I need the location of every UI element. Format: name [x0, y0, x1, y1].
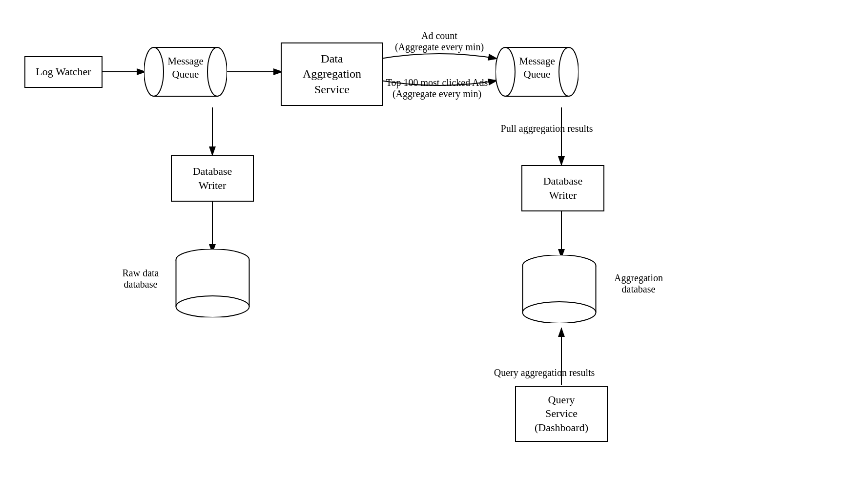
message-queue-2: MessageQueue — [496, 38, 579, 106]
log-watcher-box: Log Watcher — [24, 56, 103, 88]
raw-db-label: Raw datadatabase — [106, 268, 175, 290]
query-service-label: QueryService(Dashboard) — [535, 393, 588, 435]
svg-point-23 — [523, 302, 596, 323]
arrows-svg — [0, 0, 868, 500]
query-service-box: QueryService(Dashboard) — [515, 386, 608, 442]
db-writer-1-label: DatabaseWriter — [193, 165, 232, 192]
query-results-label: Query aggregation results — [469, 367, 620, 378]
log-watcher-label: Log Watcher — [36, 65, 91, 79]
diagram: Log Watcher MessageQueue DataAggregation… — [0, 0, 868, 500]
message-queue-1: MessageQueue — [144, 38, 227, 106]
agg-db-label: Aggregationdatabase — [599, 272, 678, 295]
mq2-label: MessageQueue — [519, 55, 555, 80]
db-writer-1-box: DatabaseWriter — [171, 155, 254, 202]
agg-db — [521, 255, 597, 323]
top100-label: Top 100 most clicked Ads(Aggregate every… — [378, 77, 496, 100]
das-label: DataAggregationService — [303, 51, 361, 97]
ad-count-label: Ad count(Aggregate every min) — [386, 30, 493, 53]
db-writer-2-box: DatabaseWriter — [521, 165, 604, 211]
raw-db — [175, 249, 250, 317]
svg-point-18 — [176, 296, 249, 317]
mq1-label: MessageQueue — [167, 55, 203, 80]
pull-results-label: Pull aggregation results — [478, 123, 615, 134]
db-writer-2-label: DatabaseWriter — [543, 174, 583, 202]
das-box: DataAggregationService — [281, 42, 383, 106]
